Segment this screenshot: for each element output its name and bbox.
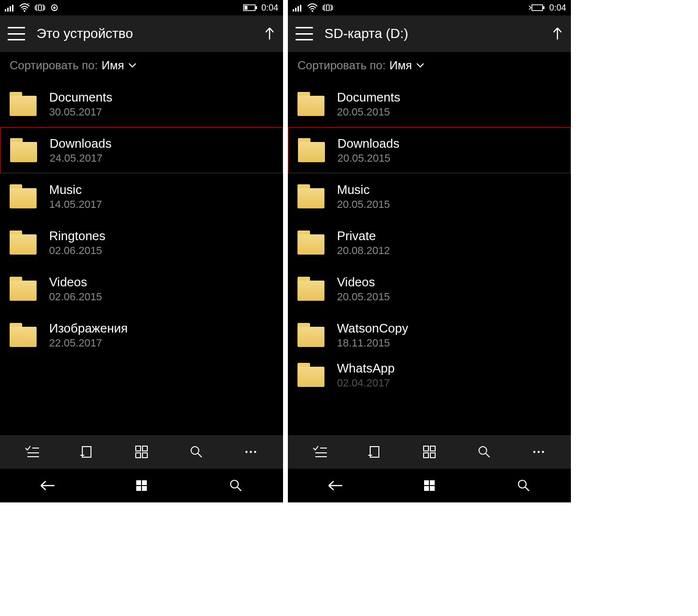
folder-date: 30.05.2017: [49, 106, 113, 118]
view-button[interactable]: [127, 440, 156, 464]
folder-date: 20.05.2015: [337, 152, 400, 165]
signal-icon: [293, 4, 302, 12]
search-button[interactable]: [470, 440, 499, 464]
folder-item[interactable]: Videos 20.05.2015: [288, 266, 571, 312]
svg-rect-47: [430, 446, 435, 451]
clock-text: 0:04: [549, 3, 566, 13]
svg-rect-46: [424, 446, 428, 451]
folder-date: 20.05.2015: [337, 106, 401, 118]
svg-line-31: [237, 487, 241, 491]
folder-name: WhatsApp: [337, 361, 395, 376]
folder-list: Documents 30.05.2017 Downloads 24.05.201…: [0, 77, 283, 435]
status-left: [293, 3, 333, 12]
folder-icon: [297, 92, 324, 116]
svg-line-51: [486, 453, 490, 457]
folder-date: 18.11.2015: [337, 337, 408, 349]
svg-rect-9: [256, 6, 257, 9]
home-button[interactable]: [122, 474, 161, 498]
wifi-icon: [307, 3, 318, 12]
back-button[interactable]: [28, 474, 66, 498]
folder-item[interactable]: Ringtones 02.06.2015: [0, 219, 283, 266]
system-navbar: [0, 469, 283, 502]
menu-button[interactable]: [8, 27, 25, 40]
folder-date: 20.05.2015: [337, 198, 390, 211]
folder-item[interactable]: Videos 02.06.2015: [0, 266, 283, 312]
folder-date: 24.05.2017: [50, 152, 112, 165]
folder-name: Downloads: [50, 136, 112, 151]
newfolder-button[interactable]: [72, 440, 101, 464]
search-system-button[interactable]: [217, 474, 255, 498]
folder-item[interactable]: Music 20.05.2015: [288, 173, 571, 219]
folder-name: Music: [49, 182, 102, 197]
svg-rect-27: [142, 480, 147, 485]
back-button[interactable]: [316, 474, 354, 498]
search-button[interactable]: [182, 440, 211, 464]
folder-list: Documents 20.05.2015 Downloads 20.05.201…: [288, 77, 571, 435]
svg-rect-56: [430, 480, 435, 485]
sort-row[interactable]: Сортировать по: Имя: [288, 52, 571, 77]
phone-device-left: 0:04 Это устройство Сортировать по: Имя …: [0, 0, 283, 502]
vibrate-icon: [323, 3, 333, 12]
menu-button[interactable]: [296, 27, 313, 40]
chevron-down-icon: [128, 63, 137, 68]
folder-item[interactable]: Downloads 24.05.2017: [0, 127, 283, 173]
signal-icon: [5, 4, 14, 12]
vibrate-icon: [35, 3, 45, 12]
newfolder-button[interactable]: [360, 440, 389, 464]
folder-item[interactable]: Downloads 20.05.2015: [288, 127, 571, 173]
app-header: SD-карта (D:): [288, 15, 571, 52]
svg-point-30: [231, 480, 238, 488]
up-button[interactable]: [552, 26, 563, 41]
svg-rect-28: [136, 486, 141, 491]
svg-point-59: [518, 480, 526, 488]
folder-name: Videos: [337, 275, 390, 290]
folder-date: 22.05.2017: [49, 337, 128, 349]
phone-sdcard-right: 0:04 SD-карта (D:) Сортировать по: Имя D…: [288, 0, 571, 502]
svg-point-23: [246, 451, 247, 453]
svg-rect-37: [326, 5, 329, 11]
svg-rect-55: [424, 480, 429, 485]
svg-rect-17: [136, 446, 141, 451]
search-system-button[interactable]: [504, 474, 543, 498]
select-button[interactable]: [306, 440, 335, 464]
folder-icon: [10, 277, 37, 301]
folder-icon: [297, 363, 324, 387]
folder-icon: [297, 184, 324, 208]
page-title: SD-карта (D:): [324, 26, 540, 41]
view-button[interactable]: [415, 440, 444, 464]
svg-rect-29: [142, 486, 147, 491]
folder-item[interactable]: Documents 20.05.2015: [288, 81, 571, 127]
folder-date: 02.06.2015: [49, 291, 102, 303]
clock-text: 0:04: [261, 3, 278, 13]
more-button[interactable]: [236, 440, 265, 464]
folder-item[interactable]: Private 20.08.2012: [288, 219, 571, 266]
up-button[interactable]: [264, 26, 275, 41]
folder-name: Documents: [49, 90, 113, 105]
folder-date: 02.06.2015: [49, 244, 105, 257]
folder-icon: [10, 323, 37, 347]
sort-value: Имя: [389, 59, 412, 72]
folder-item[interactable]: Music 14.05.2017: [0, 173, 283, 219]
app-header: Это устройство: [0, 15, 283, 52]
status-right: 0:04: [528, 3, 566, 13]
sort-row[interactable]: Сортировать по: Имя: [0, 52, 283, 77]
folder-date: 20.05.2015: [337, 291, 390, 303]
svg-rect-33: [295, 8, 297, 12]
svg-rect-32: [293, 9, 294, 12]
svg-point-36: [311, 10, 313, 12]
svg-rect-0: [5, 9, 6, 12]
system-navbar: [288, 469, 571, 502]
folder-icon: [10, 184, 37, 208]
more-button[interactable]: [524, 440, 553, 464]
folder-item[interactable]: Изображения 22.05.2017: [0, 312, 283, 358]
select-button[interactable]: [18, 440, 47, 464]
folder-item[interactable]: Documents 30.05.2017: [0, 81, 283, 127]
charging-icon: [528, 4, 545, 12]
svg-rect-58: [430, 486, 435, 491]
wifi-icon: [19, 3, 30, 12]
sort-value: Имя: [102, 59, 124, 72]
folder-item[interactable]: WatsonCopy 18.11.2015: [288, 312, 571, 358]
home-button[interactable]: [410, 474, 449, 498]
folder-item[interactable]: WhatsApp 02.04.2017: [288, 358, 571, 392]
page-title: Это устройство: [37, 26, 252, 41]
